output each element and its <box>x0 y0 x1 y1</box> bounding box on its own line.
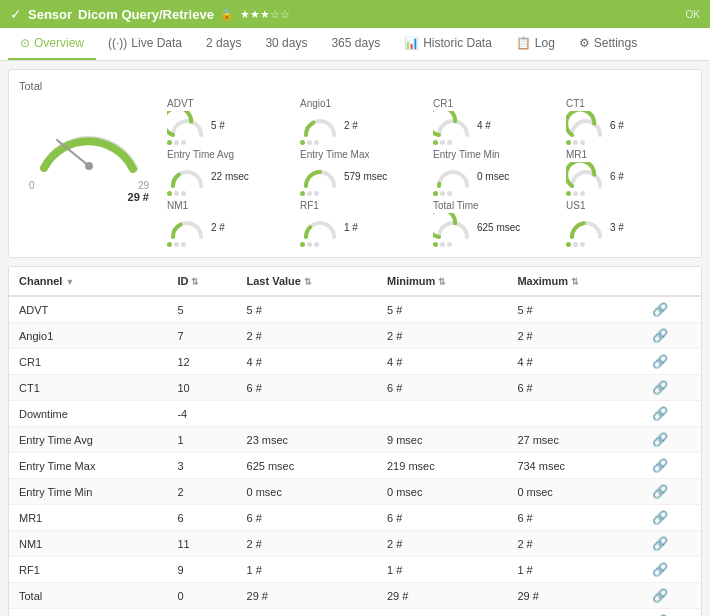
dot <box>447 191 452 196</box>
cell-action[interactable]: 🔗 <box>642 453 701 479</box>
link-icon[interactable]: 🔗 <box>652 588 668 603</box>
tab-30days[interactable]: 30 days <box>253 28 319 60</box>
cell-id: 0 <box>167 583 236 609</box>
small-gauge-value: 2 # <box>344 120 358 131</box>
cell-last-value: 6 # <box>237 375 377 401</box>
overview-tab-icon: ⊙ <box>20 36 30 50</box>
small-gauge-item: US1 3 # <box>566 200 691 247</box>
cell-action[interactable]: 🔗 <box>642 609 701 617</box>
small-gauge-visual <box>433 162 473 190</box>
table-row: Entry Time Max 3 625 msec 219 msec 734 m… <box>9 453 701 479</box>
cell-minimum: 4 # <box>377 349 507 375</box>
small-gauge-value: 4 # <box>477 120 491 131</box>
link-icon[interactable]: 🔗 <box>652 458 668 473</box>
cell-last-value: 2 # <box>237 323 377 349</box>
small-gauge-visual <box>167 213 207 241</box>
dot <box>307 140 312 145</box>
pin-icon: 🔒 <box>220 8 234 21</box>
tab-historic-data[interactable]: 📊 Historic Data <box>392 28 504 60</box>
table-body: ADVT 5 5 # 5 # 5 # 🔗 Angio1 7 2 # 2 # 2 … <box>9 296 701 616</box>
small-gauge-dots <box>167 242 186 247</box>
col-maximum[interactable]: Maximum ⇅ <box>507 267 641 296</box>
cell-action[interactable]: 🔗 <box>642 323 701 349</box>
small-gauge-visual <box>300 162 340 190</box>
cell-maximum: 5 # <box>507 296 641 323</box>
tab-live-data[interactable]: ((·)) Live Data <box>96 28 194 60</box>
small-gauge-svg <box>566 213 606 241</box>
small-gauges-grid: ADVT 5 # Angio1 2 # <box>167 98 691 247</box>
cell-action[interactable]: 🔗 <box>642 583 701 609</box>
small-gauge-item: CR1 4 # <box>433 98 558 145</box>
cell-action[interactable]: 🔗 <box>642 479 701 505</box>
cell-channel: Entry Time Max <box>9 453 167 479</box>
cell-action[interactable]: 🔗 <box>642 505 701 531</box>
cell-minimum: 29 # <box>377 583 507 609</box>
dot <box>307 242 312 247</box>
cell-channel: Downtime <box>9 401 167 427</box>
table-row: ADVT 5 5 # 5 # 5 # 🔗 <box>9 296 701 323</box>
small-gauge-dots <box>300 191 319 196</box>
big-gauge-svg <box>29 98 149 178</box>
cell-maximum: 27 msec <box>507 427 641 453</box>
link-icon[interactable]: 🔗 <box>652 302 668 317</box>
cell-channel: CR1 <box>9 349 167 375</box>
big-gauge-max-label: 29 <box>138 180 149 191</box>
dot <box>167 191 172 196</box>
link-icon[interactable]: 🔗 <box>652 406 668 421</box>
dot <box>440 140 445 145</box>
small-gauge-value: 625 msec <box>477 222 520 233</box>
link-icon[interactable]: 🔗 <box>652 380 668 395</box>
tab-log-label: Log <box>535 36 555 50</box>
link-icon[interactable]: 🔗 <box>652 536 668 551</box>
cell-action[interactable]: 🔗 <box>642 427 701 453</box>
cell-action[interactable]: 🔗 <box>642 349 701 375</box>
table-header-row: Channel ▼ ID ⇅ Last Value ⇅ Minimum ⇅ Ma… <box>9 267 701 296</box>
cell-minimum: 6 # <box>377 505 507 531</box>
col-last-value[interactable]: Last Value ⇅ <box>237 267 377 296</box>
tab-log[interactable]: 📋 Log <box>504 28 567 60</box>
col-channel[interactable]: Channel ▼ <box>9 267 167 296</box>
cell-action[interactable]: 🔗 <box>642 557 701 583</box>
small-gauge-dots <box>433 191 452 196</box>
cell-channel: Total Time <box>9 609 167 617</box>
dot <box>440 242 445 247</box>
dot <box>174 191 179 196</box>
cell-maximum: 6 # <box>507 505 641 531</box>
cell-maximum: 2 # <box>507 531 641 557</box>
link-icon[interactable]: 🔗 <box>652 328 668 343</box>
star-rating[interactable]: ★★★☆☆ <box>240 8 290 21</box>
live-data-tab-icon: ((·)) <box>108 36 127 50</box>
cell-action[interactable]: 🔗 <box>642 296 701 323</box>
link-icon[interactable]: 🔗 <box>652 354 668 369</box>
cell-last-value: 6 # <box>237 505 377 531</box>
small-gauge-value: 0 msec <box>477 171 509 182</box>
dot <box>433 140 438 145</box>
cell-maximum: 734 msec <box>507 453 641 479</box>
col-minimum[interactable]: Minimum ⇅ <box>377 267 507 296</box>
cell-action[interactable]: 🔗 <box>642 531 701 557</box>
tab-365days[interactable]: 365 days <box>319 28 392 60</box>
tab-2days[interactable]: 2 days <box>194 28 253 60</box>
small-gauge-name: MR1 <box>566 149 587 160</box>
small-gauge-svg <box>566 111 606 139</box>
col-id[interactable]: ID ⇅ <box>167 267 236 296</box>
dot <box>307 191 312 196</box>
cell-id: -4 <box>167 401 236 427</box>
cell-minimum: 9 msec <box>377 427 507 453</box>
cell-action[interactable]: 🔗 <box>642 401 701 427</box>
small-gauge-svg <box>433 111 473 139</box>
link-icon[interactable]: 🔗 <box>652 432 668 447</box>
link-icon[interactable]: 🔗 <box>652 562 668 577</box>
link-icon[interactable]: 🔗 <box>652 484 668 499</box>
cell-minimum: 1 # <box>377 557 507 583</box>
cell-action[interactable]: 🔗 <box>642 375 701 401</box>
gauges-container: 0 29 29 # ADVT 5 # <box>19 98 691 247</box>
link-icon[interactable]: 🔗 <box>652 510 668 525</box>
dot <box>433 242 438 247</box>
tab-settings[interactable]: ⚙ Settings <box>567 28 649 60</box>
cell-channel: ADVT <box>9 296 167 323</box>
cell-minimum: 2 # <box>377 531 507 557</box>
cell-minimum <box>377 401 507 427</box>
tab-overview[interactable]: ⊙ Overview <box>8 28 96 60</box>
table-row: CT1 10 6 # 6 # 6 # 🔗 <box>9 375 701 401</box>
